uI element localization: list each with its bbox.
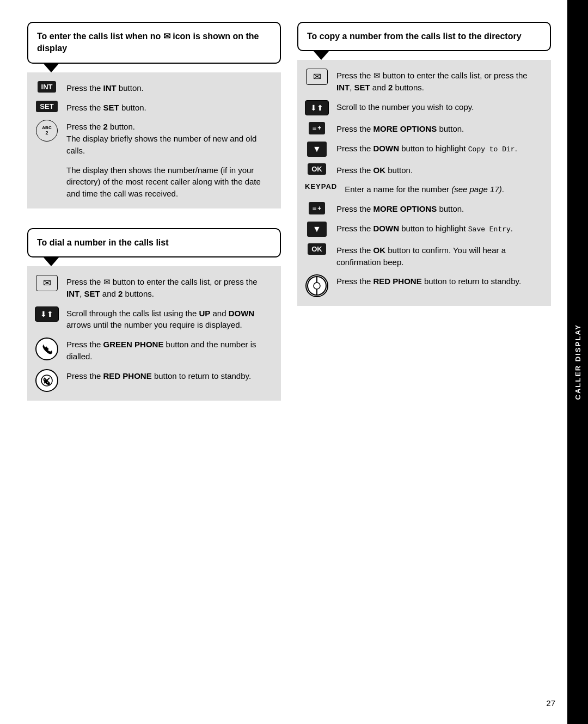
step-scroll-dial-text: Scroll through the calls list using the … xyxy=(66,306,273,332)
down-badge-copy: ▼ xyxy=(307,142,327,157)
step-down-copy-text: Press the DOWN button to highlight Copy … xyxy=(336,142,543,155)
step-more2: ≡+ Press the MORE OPTIONS button. xyxy=(305,202,543,215)
left-column: To enter the calls list when no ✉ icon i… xyxy=(27,22,281,691)
step-set: SET Press the SET button. xyxy=(35,101,273,114)
down-icon-copy: ▼ xyxy=(305,142,329,157)
step-int: INT Press the INT button. xyxy=(35,81,273,94)
more-options-badge2: ≡+ xyxy=(309,202,326,214)
red-phone-badge-right xyxy=(305,274,328,297)
step-red-phone-left-text: Press the RED PHONE button to return to … xyxy=(66,369,273,382)
step-down-save: ▼ Press the DOWN button to highlight Sav… xyxy=(305,222,543,237)
section1-header: To enter the calls list when no ✉ icon i… xyxy=(27,22,281,64)
more-options-badge1: ≡+ xyxy=(309,122,326,134)
red-phone-icon-left xyxy=(35,369,59,392)
section3-arrow xyxy=(314,51,329,60)
step-info-text: The display then shows the number/name (… xyxy=(66,163,273,200)
down-badge-save: ▼ xyxy=(307,222,327,237)
sidebar-tab-label: CALLER DISPLAY xyxy=(574,324,582,400)
right-column: To copy a number from the calls list to … xyxy=(297,22,551,691)
step-2-text: Press the 2 button. The display briefly … xyxy=(66,120,273,156)
step-down-save-text: Press the DOWN button to highlight Save … xyxy=(336,222,543,235)
int-badge: INT xyxy=(38,81,57,93)
step-ok2-text: Press the OK button to confirm. You will… xyxy=(336,243,543,268)
step-envelope-dial-text: Press the ✉ button to enter the calls li… xyxy=(66,275,273,300)
step-set-text: Press the SET button. xyxy=(66,101,273,114)
step-2: ABC 2 Press the 2 button. The display br… xyxy=(35,120,273,156)
step-ok2: OK Press the OK button to confirm. You w… xyxy=(305,243,543,268)
set-badge: SET xyxy=(36,101,57,112)
step-ok1: OK Press the OK button. xyxy=(305,163,543,176)
envelope-icon-copy: ✉ xyxy=(305,69,329,85)
ok-icon1: OK xyxy=(305,163,329,175)
scroll-arrows-icon-dial: ⬇⬆ xyxy=(35,306,59,322)
step-more1-text: Press the MORE OPTIONS button. xyxy=(336,122,543,135)
spacer1 xyxy=(27,208,281,228)
section3-steps: ✉ Press the ✉ button to enter the calls … xyxy=(297,60,551,306)
ok-icon2: OK xyxy=(305,243,329,255)
section3-wrapper: To copy a number from the calls list to … xyxy=(297,22,551,306)
down-icon-save: ▼ xyxy=(305,222,329,237)
step-int-text: Press the INT button. xyxy=(66,81,273,94)
section1-wrapper: To enter the calls list when no ✉ icon i… xyxy=(27,22,281,208)
section2-steps: ✉ Press the ✉ button to enter the calls … xyxy=(27,266,281,401)
red-phone-icon-right xyxy=(305,274,329,297)
step-ok1-text: Press the OK button. xyxy=(336,163,543,176)
svg-point-4 xyxy=(314,283,320,289)
section3-header: To copy a number from the calls list to … xyxy=(297,22,551,51)
sidebar-tab: CALLER DISPLAY xyxy=(567,0,588,724)
step-envelope-dial: ✉ Press the ✉ button to enter the calls … xyxy=(35,275,273,300)
abc2-badge: ABC 2 xyxy=(36,120,58,142)
main-content: To enter the calls list when no ✉ icon i… xyxy=(0,0,567,724)
step-red-phone-left: Press the RED PHONE button to return to … xyxy=(35,369,273,392)
envelope-icon-dial: ✉ xyxy=(35,275,59,291)
section1-arrow xyxy=(44,64,59,72)
keypad-icon: KEYPAD xyxy=(305,182,337,191)
step-keypad-text: Enter a name for the number (see page 17… xyxy=(345,182,543,195)
more-options-icon2: ≡+ xyxy=(305,202,329,214)
envelope-badge-copy: ✉ xyxy=(306,69,328,85)
page-number: 27 xyxy=(546,698,555,708)
two-column-layout: To enter the calls list when no ✉ icon i… xyxy=(27,22,551,691)
step-scroll-copy: ⬇⬆ Scroll to the number you wish to copy… xyxy=(305,100,543,115)
page-container: To enter the calls list when no ✉ icon i… xyxy=(0,0,588,724)
step-info: The display then shows the number/name (… xyxy=(35,163,273,200)
step-envelope-copy: ✉ Press the ✉ button to enter the calls … xyxy=(305,69,543,94)
int-button-icon: INT xyxy=(35,81,59,93)
step-green-phone: Press the GREEN PHONE button and the num… xyxy=(35,338,273,363)
set-button-icon: SET xyxy=(35,101,59,112)
step-envelope-copy-text: Press the ✉ button to enter the calls li… xyxy=(336,69,543,94)
step-keypad: KEYPAD Enter a name for the number (see … xyxy=(305,182,543,195)
section1-steps: INT Press the INT button. SET xyxy=(27,72,281,208)
step-more2-text: Press the MORE OPTIONS button. xyxy=(336,202,543,215)
arrows-badge-copy: ⬇⬆ xyxy=(305,100,329,115)
red-phone-badge-left xyxy=(35,369,58,392)
keypad-badge: KEYPAD xyxy=(305,182,337,191)
section2-wrapper: To dial a number in the calls list ✉ Pre… xyxy=(27,228,281,401)
green-phone-badge xyxy=(35,338,58,360)
step-scroll-copy-text: Scroll to the number you wish to copy. xyxy=(336,100,543,113)
step-down-copy: ▼ Press the DOWN button to highlight Cop… xyxy=(305,142,543,157)
section2-header: To dial a number in the calls list xyxy=(27,228,281,257)
step-red-phone-right-text: Press the RED PHONE button to return to … xyxy=(336,274,543,287)
ok-badge1: OK xyxy=(308,163,326,175)
ok-badge2: OK xyxy=(308,243,326,255)
more-options-icon1: ≡+ xyxy=(305,122,329,134)
envelope-badge-dial: ✉ xyxy=(36,275,58,291)
scroll-arrows-icon-copy: ⬇⬆ xyxy=(305,100,329,115)
step-more1: ≡+ Press the MORE OPTIONS button. xyxy=(305,122,543,135)
section2-arrow xyxy=(44,257,59,266)
step-red-phone-right: Press the RED PHONE button to return to … xyxy=(305,274,543,297)
arrows-badge-dial: ⬇⬆ xyxy=(35,306,59,322)
green-phone-icon xyxy=(35,338,59,360)
abc2-button-icon: ABC 2 xyxy=(35,120,59,142)
step-scroll-dial: ⬇⬆ Scroll through the calls list using t… xyxy=(35,306,273,332)
step-green-phone-text: Press the GREEN PHONE button and the num… xyxy=(66,338,273,363)
